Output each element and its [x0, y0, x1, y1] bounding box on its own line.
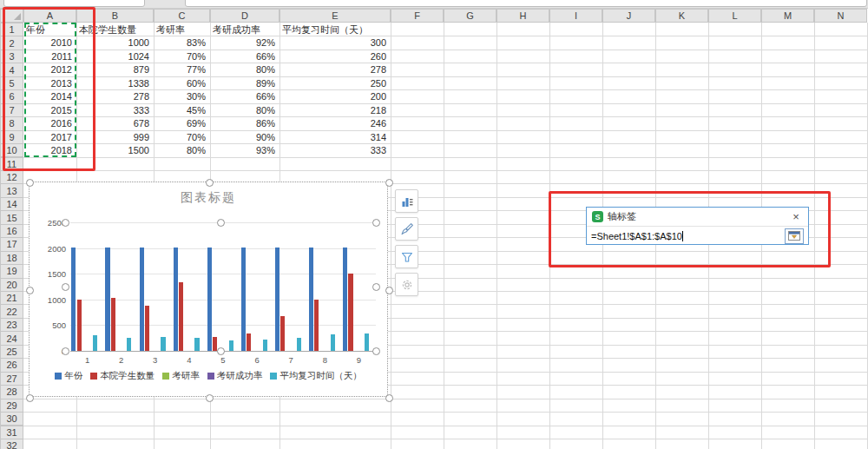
cell-C4[interactable]: 77% [155, 63, 206, 76]
chart-elements-button[interactable] [395, 189, 418, 213]
legend-item[interactable]: 考研成功率 [207, 370, 263, 382]
row-header-19[interactable]: 19 [0, 264, 23, 278]
cell-C10[interactable]: 80% [155, 144, 206, 156]
selection-handle[interactable] [206, 394, 214, 402]
column-header-L[interactable]: L [708, 9, 761, 23]
cell-C2[interactable]: 83% [155, 36, 206, 49]
cell-D5[interactable]: 89% [212, 77, 275, 89]
cell-D9[interactable]: 90% [212, 131, 275, 143]
cell-E8[interactable]: 246 [281, 117, 386, 129]
chart-filter-button[interactable] [395, 245, 418, 268]
selection-handle[interactable] [372, 283, 380, 291]
cell-D7[interactable]: 80% [212, 104, 275, 116]
selection-handle[interactable] [62, 219, 69, 227]
cell-D4[interactable]: 80% [212, 63, 275, 76]
cell-E5[interactable]: 250 [281, 77, 386, 89]
row-header-18[interactable]: 18 [0, 251, 23, 265]
legend-item[interactable]: 考研率 [162, 370, 200, 382]
bar-平均复习时间（天）-4 [194, 338, 199, 351]
column-header-M[interactable]: M [761, 9, 814, 23]
cell-C3[interactable]: 70% [155, 50, 206, 63]
column-header-C[interactable]: C [154, 9, 210, 23]
selection-handle[interactable] [385, 394, 393, 402]
plot-gridline [70, 325, 376, 326]
row-header-14[interactable]: 14 [0, 197, 23, 211]
row-header-23[interactable]: 23 [0, 318, 23, 332]
selection-handle[interactable] [385, 179, 393, 187]
cell-C8[interactable]: 69% [155, 117, 206, 129]
legend-item[interactable]: 本院学生数量 [90, 370, 155, 382]
cell-C7[interactable]: 45% [155, 104, 206, 116]
funnel-icon [400, 250, 414, 264]
row-header-15[interactable]: 15 [0, 210, 23, 224]
cell-C6[interactable]: 30% [155, 90, 206, 102]
cell-C5[interactable]: 60% [155, 77, 206, 89]
row-header-21[interactable]: 21 [0, 291, 23, 305]
cell-E7[interactable]: 218 [281, 104, 386, 116]
row-header-32[interactable]: 32 [0, 439, 23, 449]
selection-handle[interactable] [62, 347, 69, 355]
column-header-J[interactable]: J [602, 9, 655, 23]
selection-handle[interactable] [206, 179, 214, 187]
chart-legend[interactable]: 年份本院学生数量考研率考研成功率平均复习时间（天） [30, 370, 387, 382]
row-header-24[interactable]: 24 [0, 331, 23, 345]
cell-E4[interactable]: 278 [281, 63, 386, 76]
row-header-25[interactable]: 25 [0, 345, 23, 359]
chart-style-button[interactable] [395, 217, 418, 241]
legend-label: 考研率 [172, 370, 200, 382]
row-header-17[interactable]: 17 [0, 237, 23, 251]
chart-settings-button[interactable] [395, 273, 418, 296]
column-header-K[interactable]: K [655, 9, 708, 23]
cell-E9[interactable]: 314 [281, 131, 386, 143]
row-header-20[interactable]: 20 [0, 278, 23, 292]
cell-C9[interactable]: 70% [155, 131, 206, 143]
column-header-H[interactable]: H [496, 9, 549, 23]
cell-D6[interactable]: 66% [212, 90, 275, 102]
formula-input[interactable] [185, 0, 867, 7]
column-header-F[interactable]: F [391, 9, 444, 23]
row-header-30[interactable]: 30 [0, 412, 23, 426]
cell-E2[interactable]: 300 [281, 36, 386, 49]
column-header-N[interactable]: N [814, 9, 867, 23]
gear-icon [400, 278, 414, 292]
selection-handle[interactable] [26, 179, 34, 187]
grid-line-h [23, 399, 868, 399]
selection-handle[interactable] [217, 347, 225, 355]
row-header-22[interactable]: 22 [0, 304, 23, 318]
cell-D2[interactable]: 92% [212, 36, 275, 49]
cell-C1[interactable]: 考研率 [156, 23, 207, 36]
column-header-E[interactable]: E [279, 9, 391, 23]
cell-E1[interactable]: 平均复习时间（天） [282, 23, 388, 36]
column-header-I[interactable]: I [549, 9, 602, 23]
selection-handle[interactable] [372, 219, 380, 227]
name-box[interactable] [3, 0, 145, 7]
legend-item[interactable]: 平均复习时间（天） [270, 370, 362, 382]
selection-handle[interactable] [62, 283, 69, 291]
selection-handle[interactable] [385, 287, 393, 294]
cell-D10[interactable]: 93% [212, 144, 275, 156]
chart[interactable]: 图表标题 年份本院学生数量考研率考研成功率平均复习时间（天） 050010001… [29, 182, 388, 397]
row-header-13[interactable]: 13 [0, 183, 23, 197]
selection-handle[interactable] [26, 394, 34, 402]
chart-title[interactable]: 图表标题 [30, 190, 387, 206]
column-header-D[interactable]: D [210, 9, 279, 23]
cell-E3[interactable]: 260 [281, 50, 386, 63]
row-header-12[interactable]: 12 [0, 170, 23, 184]
cell-E6[interactable]: 200 [281, 90, 386, 102]
legend-item[interactable]: 年份 [55, 370, 82, 382]
row-header-16[interactable]: 16 [0, 224, 23, 238]
row-header-27[interactable]: 27 [0, 372, 23, 386]
cell-E10[interactable]: 333 [281, 144, 386, 156]
cell-D1[interactable]: 考研成功率 [213, 23, 277, 36]
selection-handle[interactable] [26, 287, 34, 294]
row-header-31[interactable]: 31 [0, 426, 23, 439]
selection-handle[interactable] [217, 219, 225, 227]
cell-D3[interactable]: 66% [212, 50, 275, 63]
row-header-29[interactable]: 29 [0, 399, 23, 413]
selection-handle[interactable] [372, 347, 380, 355]
cell-D8[interactable]: 86% [212, 117, 275, 129]
row-header-26[interactable]: 26 [0, 358, 23, 372]
row-header-28[interactable]: 28 [0, 385, 23, 399]
legend-swatch [207, 373, 214, 380]
column-header-G[interactable]: G [444, 9, 496, 23]
